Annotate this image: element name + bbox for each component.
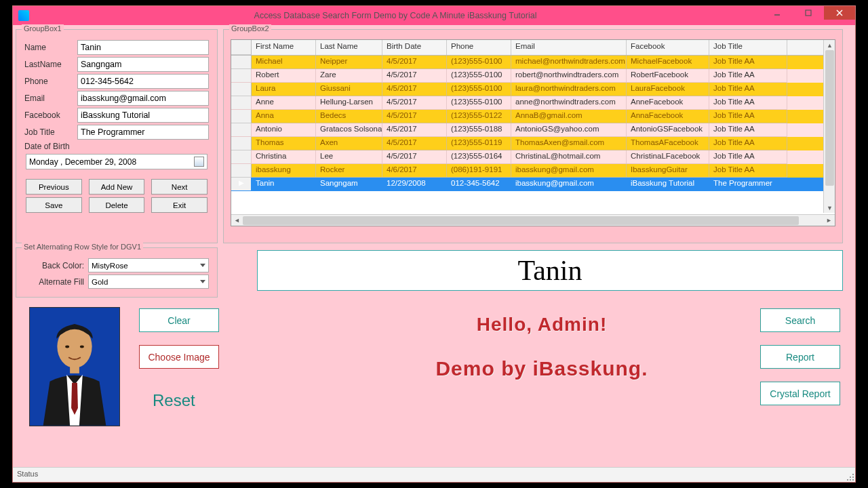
- col-jobtitle[interactable]: Job Title: [709, 40, 787, 55]
- cell[interactable]: Lee: [316, 150, 382, 164]
- cell[interactable]: (123)555-0188: [447, 123, 511, 137]
- row-header[interactable]: ▶: [231, 178, 252, 191]
- cell[interactable]: Sangngam: [316, 178, 382, 191]
- name-field[interactable]: [77, 40, 209, 55]
- cell[interactable]: iBasskung Tutorial: [627, 178, 709, 191]
- cell[interactable]: (123)555-0100: [447, 56, 511, 69]
- cell[interactable]: ThomasAFacebook: [627, 137, 709, 150]
- previous-button[interactable]: Previous: [26, 179, 82, 195]
- row-header[interactable]: [231, 83, 252, 96]
- cell[interactable]: Tanin: [252, 178, 316, 191]
- col-lastname[interactable]: Last Name: [316, 40, 382, 55]
- row-header[interactable]: [231, 110, 252, 123]
- cell[interactable]: ibasskung@gmail.com: [511, 178, 627, 191]
- cell[interactable]: Michael: [252, 56, 316, 69]
- cell[interactable]: 012-345-5642: [447, 178, 511, 191]
- cell[interactable]: 4/5/2017: [382, 69, 447, 83]
- row-header[interactable]: [231, 96, 252, 110]
- cell[interactable]: Anne: [252, 96, 316, 110]
- cell[interactable]: 4/5/2017: [382, 110, 447, 123]
- cell[interactable]: ChristinaL@hotmail.com: [511, 150, 627, 164]
- cell[interactable]: Job Title AA: [709, 96, 787, 110]
- cell[interactable]: AnnaFacebook: [627, 110, 709, 123]
- resize-grip-icon[interactable]: [844, 471, 854, 481]
- table-row[interactable]: AntonioGratacos Solsona4/5/2017(123)555-…: [231, 123, 835, 137]
- col-birthdate[interactable]: Birth Date: [382, 40, 447, 55]
- hscroll-thumb[interactable]: [243, 216, 799, 225]
- close-button[interactable]: [824, 6, 855, 20]
- cell[interactable]: laura@northwindtraders.com: [511, 83, 627, 96]
- row-header[interactable]: [231, 164, 252, 178]
- grid-body[interactable]: MichaelNeipper4/5/2017(123)555-0100micha…: [231, 56, 835, 191]
- cell[interactable]: 12/29/2008: [382, 178, 447, 191]
- lastname-field[interactable]: [77, 57, 209, 72]
- cell[interactable]: anne@northwindtraders.com: [511, 96, 627, 110]
- cell[interactable]: (123)555-0100: [447, 83, 511, 96]
- datagrid[interactable]: First Name Last Name Birth Date Phone Em…: [231, 39, 835, 226]
- cell[interactable]: (123)555-0164: [447, 150, 511, 164]
- row-header[interactable]: [231, 56, 252, 69]
- delete-button[interactable]: Delete: [89, 197, 145, 213]
- calendar-icon[interactable]: [194, 157, 204, 167]
- col-firstname[interactable]: First Name: [252, 40, 316, 55]
- cell[interactable]: RobertFacebook: [627, 69, 709, 83]
- email-field[interactable]: [77, 91, 209, 106]
- cell[interactable]: MichaelFacebook: [627, 56, 709, 69]
- cell[interactable]: AntonioGS@yahoo.com: [511, 123, 627, 137]
- table-row[interactable]: MichaelNeipper4/5/2017(123)555-0100micha…: [231, 56, 835, 69]
- jobtitle-field[interactable]: [77, 125, 209, 140]
- cell[interactable]: Job Title AA: [709, 56, 787, 69]
- next-button[interactable]: Next: [151, 179, 208, 195]
- exit-button[interactable]: Exit: [151, 197, 208, 213]
- cell[interactable]: (123)555-0100: [447, 96, 511, 110]
- col-facebook[interactable]: Facebook: [627, 40, 709, 55]
- cell[interactable]: 4/5/2017: [382, 56, 447, 69]
- cell[interactable]: 4/5/2017: [382, 123, 447, 137]
- cell[interactable]: Rocker: [316, 164, 382, 178]
- cell[interactable]: Giussani: [316, 83, 382, 96]
- horizontal-scrollbar[interactable]: ◄ ►: [231, 214, 835, 226]
- cell[interactable]: AntonioGSFacebook: [627, 123, 709, 137]
- choose-image-button[interactable]: Choose Image: [139, 345, 219, 369]
- cell[interactable]: ThomasAxen@smail.com: [511, 137, 627, 150]
- cell[interactable]: 4/5/2017: [382, 96, 447, 110]
- col-email[interactable]: Email: [511, 40, 627, 55]
- cell[interactable]: Hellung-Larsen: [316, 96, 382, 110]
- table-row[interactable]: ibasskungRocker4/6/2017(086)191-9191ibas…: [231, 164, 835, 178]
- vscroll-thumb[interactable]: [825, 50, 834, 186]
- cell[interactable]: ibasskung: [252, 164, 316, 178]
- cell[interactable]: Laura: [252, 83, 316, 96]
- altfill-combo[interactable]: Gold: [88, 274, 209, 289]
- cell[interactable]: ChristinaLFacebook: [627, 150, 709, 164]
- cell[interactable]: AnnaB@gmail.com: [511, 110, 627, 123]
- cell[interactable]: Job Title AA: [709, 69, 787, 83]
- table-row[interactable]: AnneHellung-Larsen4/5/2017(123)555-0100a…: [231, 96, 835, 110]
- cell[interactable]: Gratacos Solsona: [316, 123, 382, 137]
- cell[interactable]: 4/5/2017: [382, 137, 447, 150]
- cell[interactable]: (123)555-0122: [447, 110, 511, 123]
- table-row[interactable]: AnnaBedecs4/5/2017(123)555-0122AnnaB@gma…: [231, 110, 835, 123]
- cell[interactable]: AnneFacebook: [627, 96, 709, 110]
- cell[interactable]: (123)555-0119: [447, 137, 511, 150]
- dob-picker[interactable]: Monday , December 29, 2008: [26, 154, 208, 169]
- cell[interactable]: Axen: [316, 137, 382, 150]
- minimize-button[interactable]: [762, 6, 793, 20]
- table-row[interactable]: ▶TaninSangngam12/29/2008012-345-5642ibas…: [231, 178, 835, 191]
- row-header[interactable]: [231, 150, 252, 164]
- table-row[interactable]: ChristinaLee4/5/2017(123)555-0164Christi…: [231, 150, 835, 164]
- cell[interactable]: Robert: [252, 69, 316, 83]
- save-button[interactable]: Save: [26, 197, 82, 213]
- row-header[interactable]: [231, 69, 252, 83]
- search-button[interactable]: Search: [760, 308, 840, 332]
- cell[interactable]: IbasskungGuitar: [627, 164, 709, 178]
- table-row[interactable]: ThomasAxen4/5/2017(123)555-0119ThomasAxe…: [231, 137, 835, 150]
- table-row[interactable]: RobertZare4/5/2017(123)555-0100robert@no…: [231, 69, 835, 83]
- cell[interactable]: Job Title AA: [709, 150, 787, 164]
- clear-button[interactable]: Clear: [139, 308, 219, 332]
- reset-link[interactable]: Reset: [153, 391, 195, 410]
- cell[interactable]: LauraFacebook: [627, 83, 709, 96]
- cell[interactable]: The Programmer: [709, 178, 787, 191]
- cell[interactable]: (086)191-9191: [447, 164, 511, 178]
- cell[interactable]: Job Title AA: [709, 83, 787, 96]
- cell[interactable]: 4/5/2017: [382, 150, 447, 164]
